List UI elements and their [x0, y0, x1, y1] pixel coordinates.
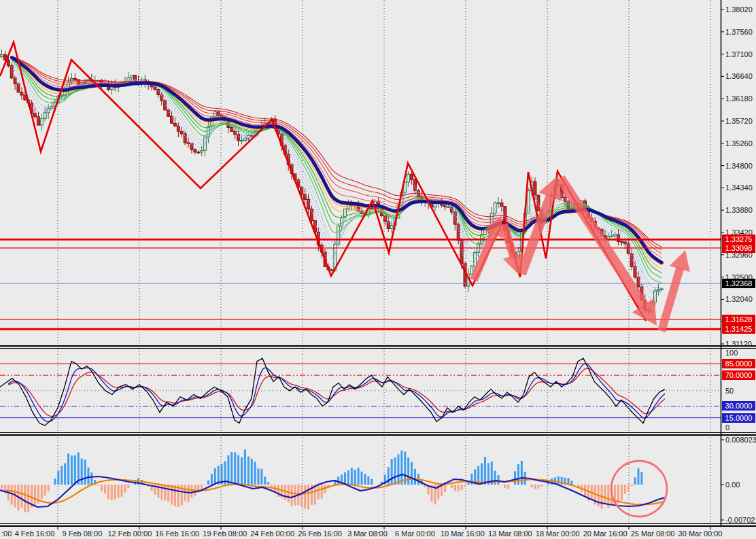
time-axis-label: 10 Mar 16:00	[441, 529, 485, 538]
time-axis-label: 18 Mar 00:00	[536, 529, 580, 538]
resistance-level-label: 1.33098	[722, 243, 755, 253]
price-tick-label: 1.38020	[725, 5, 753, 14]
oscillator-overbought-label: 85.0000	[722, 359, 755, 368]
time-axis-label: 20 Mar 16:00	[583, 529, 628, 538]
macd-panel[interactable]	[0, 437, 710, 523]
price-tick-label: 1.34800	[725, 162, 753, 170]
main-price-panel[interactable]	[0, 0, 721, 345]
price-tick-label: 1.37100	[725, 50, 753, 58]
panel-separator	[0, 432, 756, 433]
panel-separator[interactable]	[0, 434, 756, 436]
price-tick-label: 1.36180	[725, 94, 753, 103]
resistance-level-label: 1.33275	[722, 234, 755, 244]
time-axis-label: 13 Mar 08:00	[488, 529, 532, 538]
oscillator-oversold-label: 15.0000	[722, 413, 755, 423]
panel-separator	[0, 348, 756, 349]
time-axis-label: 26 Feb 16:00	[298, 529, 342, 538]
time-axis-label: 19 Feb 08:00	[203, 529, 247, 538]
price-tick-label: 1.31120	[725, 340, 752, 348]
oscillator-oversold-label: 30.0000	[722, 401, 755, 411]
time-axis-label: 30 Mar 00:00	[678, 529, 723, 538]
time-axis-label: 24 Feb 00:00	[250, 529, 294, 538]
price-tick-label: 1.35260	[725, 139, 753, 147]
time-axis-label: 4 Feb 16:00	[15, 529, 55, 538]
oscillator-panel[interactable]	[0, 349, 721, 432]
chart-canvas[interactable]	[0, 0, 756, 539]
time-axis-label: 6 Mar 00:00	[395, 529, 435, 538]
oscillator-tick-label: 0	[725, 423, 729, 432]
price-tick-label: 1.34340	[725, 184, 753, 192]
oscillator-main-line[interactable]	[0, 358, 665, 425]
time-axis-label: 25 Mar 08:00	[631, 529, 675, 538]
oscillator-signal2-line	[8, 368, 665, 417]
time-axis-label: :00	[1, 529, 12, 538]
current-price-label: 1.32368	[722, 279, 755, 288]
price-tick-label: 1.37560	[725, 28, 753, 36]
panel-separator[interactable]	[0, 345, 756, 347]
price-tick-label: 1.35720	[725, 117, 753, 125]
time-axis-label: 3 Mar 08:00	[347, 529, 388, 538]
support-level-label: 1.31425	[722, 324, 755, 334]
oscillator-tick-label: 50	[725, 387, 734, 395]
time-axis-label: 12 Feb 00:00	[107, 529, 152, 538]
price-tick-label: 1.36640	[725, 72, 753, 80]
panel-separator	[0, 525, 756, 527]
trend-arrow[interactable]	[560, 178, 644, 307]
time-axis-label: 16 Feb 16:00	[155, 529, 199, 538]
panel-separator	[0, 523, 756, 524]
macd-tick-label: 0.00	[725, 481, 740, 489]
macd-tick-label: -0.0070211	[725, 516, 756, 524]
support-level-label: 1.31628	[722, 315, 755, 324]
oscillator-signal1-line	[8, 364, 665, 421]
macd-tick-label: 0.0080237	[725, 436, 756, 444]
time-axis-label: 9 Feb 08:00	[63, 529, 103, 538]
price-tick-label: 1.32040	[725, 295, 753, 303]
trend-arrow-head	[670, 250, 690, 272]
oscillator-overbought-label: 70.0000	[722, 370, 755, 380]
price-tick-label: 1.33880	[725, 206, 753, 214]
trading-chart-window: 1.311201.315801.320401.325001.329601.334…	[0, 0, 756, 539]
oscillator-tick-label: 100	[725, 349, 738, 357]
trend-arrow[interactable]	[662, 268, 680, 331]
